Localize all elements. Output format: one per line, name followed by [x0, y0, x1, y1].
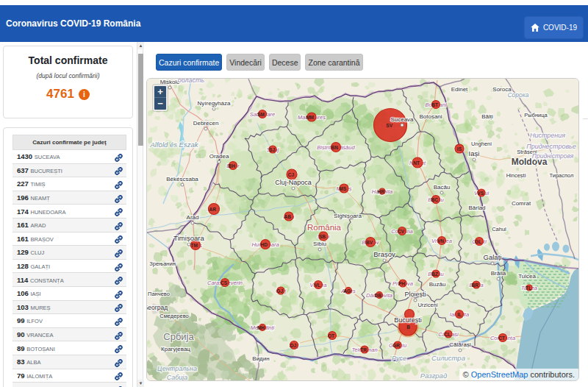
svg-text:NT: NT [413, 160, 420, 166]
svg-text:SB: SB [319, 234, 326, 239]
svg-text:BR: BR [472, 283, 479, 288]
svg-text:Timișoara: Timișoara [173, 234, 204, 242]
svg-text:Bacău: Bacău [434, 184, 451, 191]
svg-text:Cahul: Cahul [492, 226, 506, 232]
svg-text:TM: TM [191, 243, 198, 248]
svg-text:Србија: Србија [163, 331, 194, 342]
svg-text:Придністровя: Придністровя [532, 152, 574, 160]
svg-text:AR: AR [209, 207, 217, 212]
svg-text:DJ: DJ [290, 343, 297, 348]
svg-text:CT: CT [498, 335, 505, 341]
svg-text:MS: MS [339, 186, 346, 191]
svg-text:Рыбница: Рыбница [524, 112, 548, 118]
svg-text:BT: BT [431, 102, 438, 107]
svg-text:Edineț: Edineț [451, 86, 468, 93]
svg-text:PH: PH [398, 281, 405, 286]
svg-text:CV: CV [398, 229, 405, 234]
svg-text:Ploiești: Ploiești [404, 291, 426, 298]
svg-text:Debrecen: Debrecen [193, 120, 219, 127]
svg-text:Oradea: Oradea [209, 153, 229, 160]
svg-text:SM: SM [257, 112, 265, 117]
svg-text:Békéscsaba: Békéscsaba [166, 176, 198, 182]
svg-text:Sibiu: Sibiu [313, 241, 326, 247]
svg-text:HD: HD [261, 242, 268, 247]
svg-text:BN: BN [331, 145, 339, 150]
svg-text:Сорока: Сорока [507, 91, 528, 99]
svg-text:HR: HR [378, 189, 385, 194]
svg-text:Suceava: Suceava [390, 116, 414, 123]
svg-text:GR: GR [392, 343, 400, 348]
svg-text:BC: BC [431, 197, 439, 202]
svg-text:OT: OT [328, 333, 334, 338]
svg-text:область: область [178, 79, 205, 84]
svg-text:DB: DB [375, 293, 382, 298]
svg-text:Călărași: Călărași [449, 341, 471, 348]
svg-text:MH: MH [257, 325, 265, 330]
svg-text:CL: CL [444, 332, 451, 337]
svg-text:BZ: BZ [431, 271, 438, 277]
svg-text:Comrat: Comrat [512, 200, 531, 207]
svg-text:Tulcea: Tulcea [518, 273, 536, 280]
svg-text:TR: TR [360, 347, 367, 352]
svg-text:SV: SV [386, 123, 392, 128]
svg-text:Sighișoara: Sighișoara [334, 213, 362, 219]
svg-text:Botoșani: Botoșani [419, 113, 442, 120]
svg-text:VS: VS [477, 191, 484, 196]
svg-text:Galați: Galați [484, 253, 502, 261]
svg-text:Видин: Видин [252, 355, 269, 362]
svg-text:IS: IS [457, 146, 462, 152]
svg-text:IL: IL [457, 312, 462, 317]
svg-text:MM: MM [306, 115, 314, 120]
svg-text:Bălți: Bălți [481, 113, 493, 120]
svg-text:Bârlad: Bârlad [468, 205, 485, 211]
svg-text:Панчево: Панчево [148, 291, 170, 297]
svg-text:TL: TL [526, 285, 531, 291]
svg-text:București: București [394, 316, 422, 324]
svg-text:Brașov: Brașov [373, 250, 395, 258]
svg-text:Nyíregyháza: Nyíregyháza [198, 100, 231, 107]
svg-text:Разград: Разград [420, 372, 447, 380]
svg-text:GL: GL [475, 239, 481, 244]
svg-text:Brăila: Brăila [491, 270, 506, 277]
svg-text:Тираспол: Тираспол [550, 172, 574, 179]
svg-text:VN: VN [437, 238, 444, 244]
svg-text:Нистрения: Нистрения [530, 132, 565, 139]
svg-text:România: România [307, 223, 342, 232]
svg-text:Центральна: Центральна [157, 365, 197, 372]
svg-text:BV: BV [366, 240, 373, 245]
svg-text:BH: BH [229, 163, 236, 168]
svg-text:Сабија: Сабија [167, 374, 188, 380]
svg-text:Alföld és Észak: Alföld és Észak [150, 141, 199, 149]
svg-text:Зрењанин: Зрењанин [149, 260, 176, 267]
svg-text:Ungheni: Ungheni [471, 141, 492, 147]
svg-text:GJ: GJ [276, 288, 283, 294]
svg-text:Buzău: Buzău [429, 281, 446, 288]
svg-text:Русе: Русе [392, 355, 406, 362]
svg-text:Urziceni: Urziceni [417, 302, 437, 308]
svg-text:Смедерево: Смедерево [159, 313, 189, 319]
svg-text:Београд: Београд [147, 304, 168, 311]
svg-text:B: B [406, 324, 410, 330]
svg-text:CJ: CJ [288, 172, 295, 177]
svg-text:Arad: Arad [187, 214, 199, 221]
svg-text:CS: CS [220, 280, 228, 285]
svg-text:Cluj-Napoca: Cluj-Napoca [275, 179, 312, 186]
svg-text:SJ: SJ [269, 147, 275, 152]
svg-text:Приднестровье: Приднестровье [526, 143, 576, 150]
svg-text:Силистра: Силистра [431, 354, 465, 362]
svg-text:Крагујевац: Крагујевац [161, 346, 190, 352]
svg-text:AG: AG [343, 288, 351, 294]
svg-text:Hincești: Hincești [506, 172, 526, 179]
svg-text:Iași: Iași [469, 149, 480, 157]
svg-text:AB: AB [284, 214, 292, 219]
svg-text:VL: VL [315, 283, 320, 288]
